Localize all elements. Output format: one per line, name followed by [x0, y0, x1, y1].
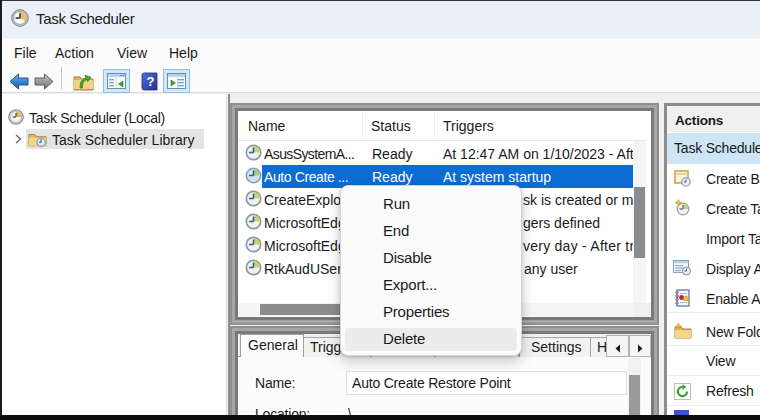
svg-text:?: ?	[147, 74, 155, 89]
